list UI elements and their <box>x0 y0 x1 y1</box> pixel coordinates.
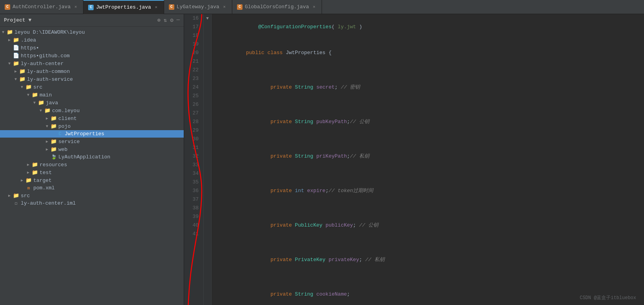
line-num-32: 32 <box>187 152 200 161</box>
arrow-web: ▶ <box>44 147 50 152</box>
tree-item-java[interactable]: ▼ 📁 java <box>0 99 184 107</box>
arrow-service: ▶ <box>44 139 50 144</box>
tree-item-pojo[interactable]: ▼ 📁 pojo <box>0 122 184 130</box>
tree-item-ly-auth-app[interactable]: 🍃 LyAuthApplication <box>0 153 184 161</box>
code-line-18 <box>215 66 640 74</box>
arrow-test: ▶ <box>25 170 31 175</box>
watermark: CSDN @蓝盒子itbluebox <box>580 294 636 301</box>
line-numbers: 16 17 18 19 20 21 22 23 24 25 26 27 28 2… <box>184 14 204 305</box>
tab-close-cors[interactable]: × <box>311 4 317 10</box>
tree-item-jwt-properties[interactable]: C JwtProperties <box>0 130 184 138</box>
tree-item-src-root[interactable]: ▶ 📁 src <box>0 192 184 200</box>
line-num-36: 36 <box>187 187 200 195</box>
folder-icon-resources: 📁 <box>31 162 38 168</box>
tab-ly-gateway[interactable]: C LyGateway.java × <box>164 0 232 14</box>
tree-item-idea[interactable]: ▶ 📁 .idea <box>0 36 184 44</box>
folder-icon-ly-auth-center: 📁 <box>13 60 20 67</box>
sidebar-header: Project ▼ ⊕ ⇅ ⚙ ─ <box>0 14 184 27</box>
arrow-leyou: ▼ <box>0 30 6 34</box>
tab-close-gateway[interactable]: × <box>222 4 227 10</box>
tree-item-https[interactable]: 📄 https▪ <box>0 44 184 52</box>
folder-icon-web: 📁 <box>50 146 57 152</box>
tree-item-pom[interactable]: m pom.xml <box>0 184 184 192</box>
tab-global-cors[interactable]: C GlobalCorsConfig.java × <box>232 0 322 14</box>
line-num-25: 25 <box>187 92 200 100</box>
folder-icon-ly-auth-common: 📁 <box>19 68 26 74</box>
tree-item-web[interactable]: ▶ 📁 web <box>0 145 184 153</box>
line-num-22: 22 <box>187 66 200 74</box>
line-num-24: 24 <box>187 83 200 92</box>
label-pom: pom.xml <box>33 185 55 191</box>
folder-icon-test: 📁 <box>31 169 38 176</box>
arrow-src: ▼ <box>19 85 25 89</box>
arrow-ly-auth-service: ▼ <box>13 77 19 82</box>
code-line-19: private String secret; // 密钥 <box>215 74 640 100</box>
tab-icon-jwt: C <box>88 5 94 10</box>
tab-close-auth[interactable]: × <box>73 4 78 10</box>
label-resources: resources <box>40 162 67 168</box>
tree-item-service[interactable]: ▶ 📁 service <box>0 138 184 145</box>
tree-item-target[interactable]: ▶ 📁 target <box>0 176 184 184</box>
line-num-35: 35 <box>187 178 200 187</box>
line-num-41: 41 <box>187 230 200 238</box>
label-ly-auth-app: LyAuthApplication <box>58 154 110 160</box>
tab-close-jwt[interactable]: × <box>154 5 159 10</box>
tree-item-ly-auth-common[interactable]: ▶ 📁 ly-auth-common <box>0 67 184 75</box>
code-content[interactable]: @ConfigurationProperties( ly.jwt ) publi… <box>212 14 644 305</box>
code-line-23: private String priKeyPath;// 私钥 <box>215 143 640 169</box>
collapse-icon[interactable]: ⇅ <box>164 17 167 24</box>
tab-label-gateway: LyGateway.java <box>177 4 219 10</box>
tree-item-src[interactable]: ▼ 📁 src <box>0 83 184 91</box>
tab-jwt-properties[interactable]: C JwtProperties.java × <box>83 0 164 14</box>
label-src: src <box>33 84 42 90</box>
tree-item-main[interactable]: ▼ 📁 main <box>0 91 184 99</box>
tree-item-resources[interactable]: ▶ 📁 resources <box>0 161 184 169</box>
code-editor: 16 17 18 19 20 21 22 23 24 25 26 27 28 2… <box>184 14 644 305</box>
label-iml: ly-auth-center.iml <box>21 200 76 206</box>
arrow-java: ▼ <box>31 101 38 105</box>
label-leyou: leyou D:\IDEAWORK\leyou <box>14 29 85 35</box>
folder-icon-service: 📁 <box>50 138 57 145</box>
label-com-leyou: com.leyou <box>52 108 80 114</box>
settings-icon[interactable]: ⚙ <box>170 17 173 24</box>
arrow-ly-auth-common: ▶ <box>13 69 19 74</box>
minimize-icon[interactable]: ─ <box>177 17 180 24</box>
main-area: Project ▼ ⊕ ⇅ ⚙ ─ ▼ 📁 leyou D:\IDEAWORK\… <box>0 14 644 305</box>
tab-icon-gateway: C <box>169 4 174 10</box>
tree-item-iml[interactable]: ◻ ly-auth-center.iml <box>0 200 184 207</box>
label-java: java <box>46 100 58 106</box>
label-target: target <box>33 178 52 183</box>
arrow-target: ▶ <box>19 178 25 183</box>
pom-icon: m <box>25 186 32 191</box>
code-line-25: private int expire;// token过期时间 <box>215 178 640 204</box>
tree-item-https-github[interactable]: 📄 https▪github.com <box>0 52 184 60</box>
locate-icon[interactable]: ⊕ <box>157 17 160 24</box>
root-icon: 📁 <box>6 29 13 35</box>
tab-label-jwt: JwtProperties.java <box>96 4 151 10</box>
arrow-src-root: ▶ <box>6 193 13 198</box>
code-line-17: public class JwtProperties { <box>215 40 640 66</box>
tree-item-leyou[interactable]: ▼ 📁 leyou D:\IDEAWORK\leyou <box>0 28 184 36</box>
folder-icon-ly-auth-service: 📁 <box>19 76 26 82</box>
code-line-22 <box>215 135 640 143</box>
tree-item-com-leyou[interactable]: ▼ 📁 com.leyou <box>0 107 184 114</box>
folder-icon-src-root: 📁 <box>13 192 20 199</box>
app-icon-ly-auth: 🍃 <box>50 154 57 160</box>
line-num-34: 34 <box>187 169 200 178</box>
code-area[interactable]: 16 17 18 19 20 21 22 23 24 25 26 27 28 2… <box>184 14 644 305</box>
label-service: service <box>58 139 80 145</box>
line-num-38: 38 <box>187 204 200 212</box>
label-test: test <box>40 170 52 176</box>
line-num-30: 30 <box>187 135 200 143</box>
folder-icon-com-leyou: 📁 <box>44 107 51 114</box>
tab-auth-controller[interactable]: C AuthController.java × <box>0 0 83 14</box>
line-num-26: 26 <box>187 100 200 109</box>
arrow-client: ▶ <box>44 116 50 121</box>
line-num-37: 37 <box>187 195 200 204</box>
tree-item-ly-auth-service[interactable]: ▼ 📁 ly-auth-service <box>0 75 184 83</box>
line-num-20: 20 <box>187 49 200 57</box>
code-line-31: private String cookieName; <box>215 281 640 305</box>
tree-item-client[interactable]: ▶ 📁 client <box>0 114 184 122</box>
tree-item-ly-auth-center[interactable]: ▼ 📁 ly-auth-center <box>0 60 184 67</box>
tree-item-test[interactable]: ▶ 📁 test <box>0 169 184 176</box>
